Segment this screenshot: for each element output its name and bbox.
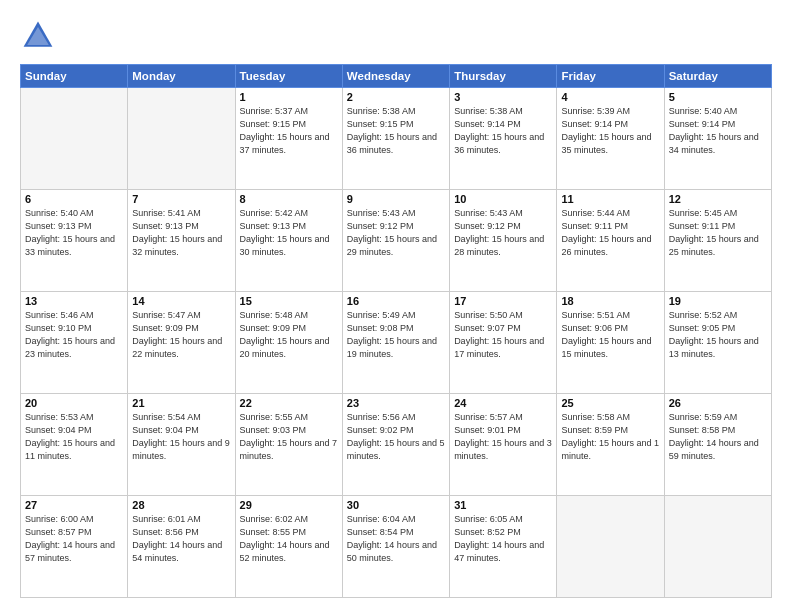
day-info: Sunrise: 6:02 AM Sunset: 8:55 PM Dayligh… bbox=[240, 513, 338, 565]
day-info: Sunrise: 5:51 AM Sunset: 9:06 PM Dayligh… bbox=[561, 309, 659, 361]
day-cell bbox=[664, 496, 771, 598]
weekday-header-wednesday: Wednesday bbox=[342, 65, 449, 88]
day-number: 13 bbox=[25, 295, 123, 307]
day-cell: 30Sunrise: 6:04 AM Sunset: 8:54 PM Dayli… bbox=[342, 496, 449, 598]
day-number: 5 bbox=[669, 91, 767, 103]
day-cell: 18Sunrise: 5:51 AM Sunset: 9:06 PM Dayli… bbox=[557, 292, 664, 394]
day-info: Sunrise: 5:47 AM Sunset: 9:09 PM Dayligh… bbox=[132, 309, 230, 361]
day-info: Sunrise: 5:59 AM Sunset: 8:58 PM Dayligh… bbox=[669, 411, 767, 463]
day-cell: 13Sunrise: 5:46 AM Sunset: 9:10 PM Dayli… bbox=[21, 292, 128, 394]
day-number: 16 bbox=[347, 295, 445, 307]
weekday-header-thursday: Thursday bbox=[450, 65, 557, 88]
day-cell: 22Sunrise: 5:55 AM Sunset: 9:03 PM Dayli… bbox=[235, 394, 342, 496]
day-info: Sunrise: 5:46 AM Sunset: 9:10 PM Dayligh… bbox=[25, 309, 123, 361]
day-number: 15 bbox=[240, 295, 338, 307]
day-number: 6 bbox=[25, 193, 123, 205]
day-info: Sunrise: 5:43 AM Sunset: 9:12 PM Dayligh… bbox=[454, 207, 552, 259]
day-info: Sunrise: 5:52 AM Sunset: 9:05 PM Dayligh… bbox=[669, 309, 767, 361]
day-cell: 21Sunrise: 5:54 AM Sunset: 9:04 PM Dayli… bbox=[128, 394, 235, 496]
day-info: Sunrise: 5:45 AM Sunset: 9:11 PM Dayligh… bbox=[669, 207, 767, 259]
day-number: 27 bbox=[25, 499, 123, 511]
day-cell: 6Sunrise: 5:40 AM Sunset: 9:13 PM Daylig… bbox=[21, 190, 128, 292]
day-number: 24 bbox=[454, 397, 552, 409]
day-info: Sunrise: 5:54 AM Sunset: 9:04 PM Dayligh… bbox=[132, 411, 230, 463]
day-number: 21 bbox=[132, 397, 230, 409]
day-cell: 27Sunrise: 6:00 AM Sunset: 8:57 PM Dayli… bbox=[21, 496, 128, 598]
day-number: 29 bbox=[240, 499, 338, 511]
day-cell: 1Sunrise: 5:37 AM Sunset: 9:15 PM Daylig… bbox=[235, 88, 342, 190]
day-info: Sunrise: 5:41 AM Sunset: 9:13 PM Dayligh… bbox=[132, 207, 230, 259]
day-info: Sunrise: 5:44 AM Sunset: 9:11 PM Dayligh… bbox=[561, 207, 659, 259]
day-cell: 8Sunrise: 5:42 AM Sunset: 9:13 PM Daylig… bbox=[235, 190, 342, 292]
day-number: 2 bbox=[347, 91, 445, 103]
day-cell: 31Sunrise: 6:05 AM Sunset: 8:52 PM Dayli… bbox=[450, 496, 557, 598]
day-number: 12 bbox=[669, 193, 767, 205]
week-row-1: 6Sunrise: 5:40 AM Sunset: 9:13 PM Daylig… bbox=[21, 190, 772, 292]
day-cell: 20Sunrise: 5:53 AM Sunset: 9:04 PM Dayli… bbox=[21, 394, 128, 496]
week-row-0: 1Sunrise: 5:37 AM Sunset: 9:15 PM Daylig… bbox=[21, 88, 772, 190]
day-number: 23 bbox=[347, 397, 445, 409]
day-info: Sunrise: 5:56 AM Sunset: 9:02 PM Dayligh… bbox=[347, 411, 445, 463]
day-cell: 26Sunrise: 5:59 AM Sunset: 8:58 PM Dayli… bbox=[664, 394, 771, 496]
day-cell: 10Sunrise: 5:43 AM Sunset: 9:12 PM Dayli… bbox=[450, 190, 557, 292]
day-cell: 14Sunrise: 5:47 AM Sunset: 9:09 PM Dayli… bbox=[128, 292, 235, 394]
day-cell: 16Sunrise: 5:49 AM Sunset: 9:08 PM Dayli… bbox=[342, 292, 449, 394]
day-number: 22 bbox=[240, 397, 338, 409]
day-number: 28 bbox=[132, 499, 230, 511]
day-cell bbox=[128, 88, 235, 190]
day-cell: 15Sunrise: 5:48 AM Sunset: 9:09 PM Dayli… bbox=[235, 292, 342, 394]
day-number: 26 bbox=[669, 397, 767, 409]
weekday-header-tuesday: Tuesday bbox=[235, 65, 342, 88]
day-cell: 24Sunrise: 5:57 AM Sunset: 9:01 PM Dayli… bbox=[450, 394, 557, 496]
day-cell: 28Sunrise: 6:01 AM Sunset: 8:56 PM Dayli… bbox=[128, 496, 235, 598]
day-cell: 19Sunrise: 5:52 AM Sunset: 9:05 PM Dayli… bbox=[664, 292, 771, 394]
day-info: Sunrise: 5:40 AM Sunset: 9:14 PM Dayligh… bbox=[669, 105, 767, 157]
day-info: Sunrise: 5:39 AM Sunset: 9:14 PM Dayligh… bbox=[561, 105, 659, 157]
day-info: Sunrise: 5:48 AM Sunset: 9:09 PM Dayligh… bbox=[240, 309, 338, 361]
day-cell bbox=[557, 496, 664, 598]
day-number: 11 bbox=[561, 193, 659, 205]
day-cell: 11Sunrise: 5:44 AM Sunset: 9:11 PM Dayli… bbox=[557, 190, 664, 292]
page: SundayMondayTuesdayWednesdayThursdayFrid… bbox=[0, 0, 792, 612]
day-cell: 17Sunrise: 5:50 AM Sunset: 9:07 PM Dayli… bbox=[450, 292, 557, 394]
day-number: 14 bbox=[132, 295, 230, 307]
day-info: Sunrise: 6:04 AM Sunset: 8:54 PM Dayligh… bbox=[347, 513, 445, 565]
day-info: Sunrise: 5:37 AM Sunset: 9:15 PM Dayligh… bbox=[240, 105, 338, 157]
day-number: 30 bbox=[347, 499, 445, 511]
day-cell: 2Sunrise: 5:38 AM Sunset: 9:15 PM Daylig… bbox=[342, 88, 449, 190]
day-info: Sunrise: 5:38 AM Sunset: 9:14 PM Dayligh… bbox=[454, 105, 552, 157]
day-info: Sunrise: 5:40 AM Sunset: 9:13 PM Dayligh… bbox=[25, 207, 123, 259]
day-cell: 23Sunrise: 5:56 AM Sunset: 9:02 PM Dayli… bbox=[342, 394, 449, 496]
week-row-3: 20Sunrise: 5:53 AM Sunset: 9:04 PM Dayli… bbox=[21, 394, 772, 496]
day-info: Sunrise: 5:55 AM Sunset: 9:03 PM Dayligh… bbox=[240, 411, 338, 463]
day-number: 31 bbox=[454, 499, 552, 511]
day-cell: 5Sunrise: 5:40 AM Sunset: 9:14 PM Daylig… bbox=[664, 88, 771, 190]
weekday-header-sunday: Sunday bbox=[21, 65, 128, 88]
day-cell bbox=[21, 88, 128, 190]
day-info: Sunrise: 5:49 AM Sunset: 9:08 PM Dayligh… bbox=[347, 309, 445, 361]
header bbox=[20, 18, 772, 54]
day-cell: 29Sunrise: 6:02 AM Sunset: 8:55 PM Dayli… bbox=[235, 496, 342, 598]
day-number: 4 bbox=[561, 91, 659, 103]
day-cell: 25Sunrise: 5:58 AM Sunset: 8:59 PM Dayli… bbox=[557, 394, 664, 496]
day-number: 10 bbox=[454, 193, 552, 205]
weekday-header-monday: Monday bbox=[128, 65, 235, 88]
day-info: Sunrise: 5:50 AM Sunset: 9:07 PM Dayligh… bbox=[454, 309, 552, 361]
weekday-header-friday: Friday bbox=[557, 65, 664, 88]
day-number: 1 bbox=[240, 91, 338, 103]
calendar-table: SundayMondayTuesdayWednesdayThursdayFrid… bbox=[20, 64, 772, 598]
day-number: 20 bbox=[25, 397, 123, 409]
logo bbox=[20, 18, 62, 54]
day-info: Sunrise: 5:43 AM Sunset: 9:12 PM Dayligh… bbox=[347, 207, 445, 259]
day-number: 18 bbox=[561, 295, 659, 307]
day-number: 3 bbox=[454, 91, 552, 103]
day-info: Sunrise: 6:05 AM Sunset: 8:52 PM Dayligh… bbox=[454, 513, 552, 565]
day-number: 7 bbox=[132, 193, 230, 205]
day-info: Sunrise: 5:38 AM Sunset: 9:15 PM Dayligh… bbox=[347, 105, 445, 157]
day-cell: 9Sunrise: 5:43 AM Sunset: 9:12 PM Daylig… bbox=[342, 190, 449, 292]
day-number: 19 bbox=[669, 295, 767, 307]
day-cell: 4Sunrise: 5:39 AM Sunset: 9:14 PM Daylig… bbox=[557, 88, 664, 190]
day-number: 8 bbox=[240, 193, 338, 205]
day-info: Sunrise: 5:58 AM Sunset: 8:59 PM Dayligh… bbox=[561, 411, 659, 463]
day-info: Sunrise: 6:00 AM Sunset: 8:57 PM Dayligh… bbox=[25, 513, 123, 565]
